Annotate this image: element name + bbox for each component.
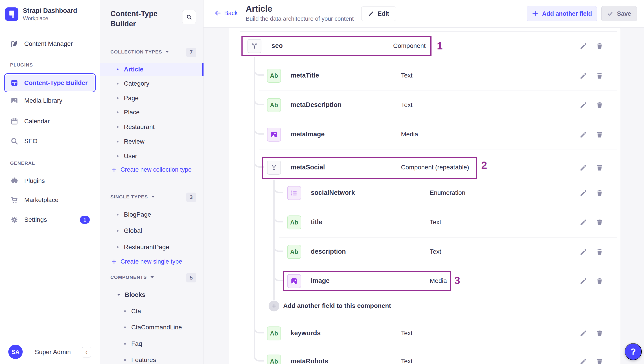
sidebar-component-ctacommandline[interactable]: CtaCommandLine bbox=[100, 321, 204, 334]
edit-field-button[interactable] bbox=[580, 101, 588, 109]
field-row-metaSocial-type: Component (repeatable) bbox=[401, 164, 469, 171]
type-label: Place bbox=[124, 109, 140, 116]
edit-field-button[interactable] bbox=[580, 130, 588, 139]
bullet-icon bbox=[124, 359, 126, 361]
edit-field-button[interactable] bbox=[580, 277, 588, 285]
sidebar-item-seo[interactable]: SEO bbox=[0, 134, 100, 148]
gear-icon bbox=[10, 216, 18, 224]
sidebar-component-faq[interactable]: Faq bbox=[100, 337, 204, 350]
back-link[interactable]: Back bbox=[214, 10, 238, 17]
sidebar-single-type-restaurantpage[interactable]: RestaurantPage bbox=[100, 241, 204, 254]
type-label: Review bbox=[124, 138, 144, 145]
media-field-icon bbox=[267, 128, 281, 141]
pencil-icon bbox=[368, 11, 374, 17]
field-row-title-name: title bbox=[311, 218, 322, 226]
text-field-icon: Ab bbox=[287, 216, 301, 229]
add-field-to-component-button[interactable] bbox=[268, 301, 279, 311]
trash-icon bbox=[596, 330, 604, 337]
edit-field-button[interactable] bbox=[580, 248, 588, 256]
collection-types-header[interactable]: COLLECTION TYPES bbox=[110, 49, 169, 55]
help-button[interactable]: ? bbox=[625, 343, 642, 360]
component-group-blocks[interactable]: Blocks bbox=[117, 291, 146, 298]
field-row-keywords-name: keywords bbox=[290, 329, 321, 337]
sidebar-component-features[interactable]: Features bbox=[100, 353, 204, 364]
delete-field-button[interactable] bbox=[596, 72, 604, 80]
search-button[interactable] bbox=[182, 10, 196, 24]
delete-field-button[interactable] bbox=[596, 101, 604, 109]
delete-field-button[interactable] bbox=[596, 248, 604, 256]
row-divider bbox=[259, 318, 617, 318]
sidebar-item-content-manager[interactable]: Content Manager bbox=[0, 37, 100, 51]
nav-section-label: GENERAL bbox=[10, 160, 35, 166]
edit-field-button[interactable] bbox=[580, 329, 588, 337]
field-row-seo-type: Component bbox=[393, 42, 426, 49]
edit-label: Edit bbox=[378, 10, 389, 17]
edit-field-button[interactable] bbox=[580, 189, 588, 197]
bullet-icon bbox=[117, 126, 118, 128]
bullet-icon bbox=[117, 214, 118, 216]
nav-label: Plugins bbox=[24, 177, 45, 185]
delete-field-button[interactable] bbox=[596, 42, 604, 50]
trash-icon bbox=[596, 358, 604, 364]
content-manager-icon bbox=[10, 40, 18, 48]
sidebar-item-media-library[interactable]: Media Library bbox=[0, 94, 100, 107]
sidebar-collection-type-place[interactable]: Place bbox=[100, 106, 204, 119]
sidebar-component-cta[interactable]: Cta bbox=[100, 305, 204, 318]
tree-elbow bbox=[254, 66, 264, 76]
create-single-type-link[interactable]: Create new single type bbox=[111, 258, 182, 265]
page-subtitle: Build the data architecture of your cont… bbox=[246, 15, 354, 22]
add-field-to-component-label[interactable]: Add another field to this component bbox=[283, 302, 391, 309]
edit-field-button[interactable] bbox=[580, 218, 588, 227]
tree-elbow bbox=[273, 242, 283, 252]
plus-icon bbox=[111, 259, 117, 265]
delete-field-button[interactable] bbox=[596, 277, 604, 285]
add-field-label: Add another field bbox=[542, 10, 592, 17]
edit-button[interactable]: Edit bbox=[361, 7, 396, 21]
sidebar-single-type-global[interactable]: Global bbox=[100, 224, 204, 237]
save-label: Save bbox=[617, 10, 631, 17]
sidebar-collection-type-article[interactable]: Article bbox=[100, 63, 204, 76]
delete-field-button[interactable] bbox=[596, 189, 604, 197]
bullet-icon bbox=[117, 246, 118, 248]
nav-label: Content-Type Builder bbox=[24, 79, 88, 87]
create-collection-type-link[interactable]: Create new collection type bbox=[111, 166, 192, 173]
sidebar-item-marketplace[interactable]: Marketplace bbox=[0, 193, 100, 207]
sidebar-collection-type-review[interactable]: Review bbox=[100, 135, 204, 148]
delete-field-button[interactable] bbox=[596, 130, 604, 139]
calendar-icon bbox=[10, 117, 18, 126]
caret-down-icon bbox=[151, 196, 155, 198]
pencil-icon bbox=[580, 277, 587, 285]
edit-field-button[interactable] bbox=[580, 163, 588, 172]
sidebar-collection-type-user[interactable]: User bbox=[100, 150, 204, 163]
plus-icon bbox=[111, 167, 117, 173]
sidebar-single-type-blogpage[interactable]: BlogPage bbox=[100, 208, 204, 221]
sidebar-item-calendar[interactable]: Calendar bbox=[0, 115, 100, 128]
field-row-metaSocial-name: metaSocial bbox=[290, 163, 325, 171]
sidebar-collection-type-page[interactable]: Page bbox=[100, 92, 204, 105]
workspace-brand[interactable]: Strapi Dashboard Workplace bbox=[5, 7, 77, 22]
save-button[interactable]: Save bbox=[601, 6, 637, 21]
edit-field-button[interactable] bbox=[580, 72, 588, 80]
field-row-seo-name: seo bbox=[272, 42, 283, 49]
add-another-field-button[interactable]: Add another field bbox=[527, 6, 597, 21]
tree-elbow bbox=[273, 213, 283, 223]
single-types-header[interactable]: SINGLE TYPES bbox=[110, 194, 155, 200]
bullet-icon bbox=[117, 69, 118, 70]
sidebar-item-plugins[interactable]: Plugins bbox=[0, 174, 100, 188]
sidebar-item-content-type-builder[interactable]: Content-Type Builder bbox=[6, 75, 94, 91]
delete-field-button[interactable] bbox=[596, 218, 604, 227]
row-divider bbox=[259, 91, 617, 91]
components-header[interactable]: COMPONENTS bbox=[110, 275, 154, 280]
delete-field-button[interactable] bbox=[596, 357, 604, 364]
sidebar-collection-type-category[interactable]: Category bbox=[100, 77, 204, 90]
collapse-sidebar-button[interactable]: ‹ bbox=[82, 347, 91, 357]
field-row-metaRobots-type: Text bbox=[401, 358, 412, 364]
bullet-icon bbox=[117, 97, 118, 99]
delete-field-button[interactable] bbox=[596, 163, 604, 172]
delete-field-button[interactable] bbox=[596, 329, 604, 337]
sidebar-collection-type-restaurant[interactable]: Restaurant bbox=[100, 120, 204, 133]
edit-field-button[interactable] bbox=[580, 357, 588, 364]
count-badge: 5 bbox=[186, 273, 196, 282]
row-divider bbox=[259, 348, 617, 348]
edit-field-button[interactable] bbox=[580, 42, 588, 50]
